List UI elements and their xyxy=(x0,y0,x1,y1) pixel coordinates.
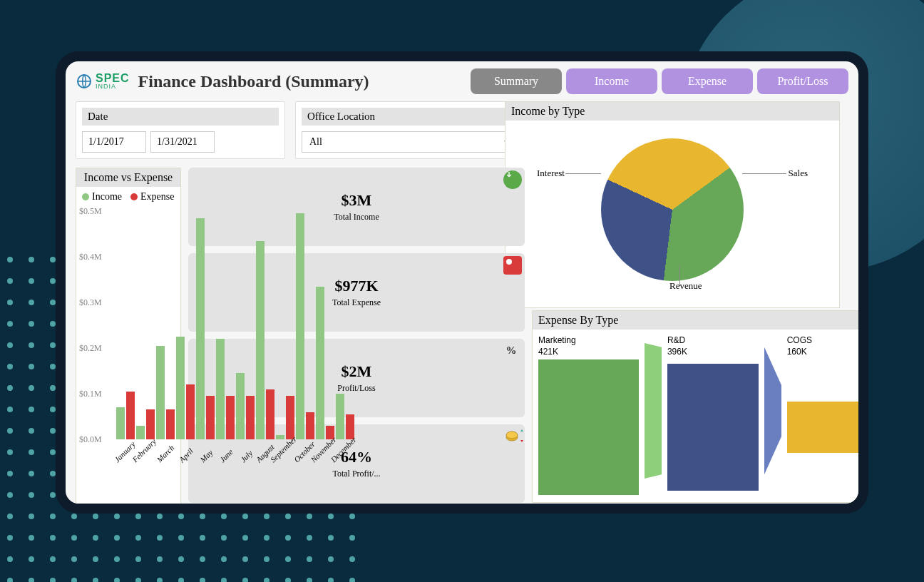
bar-group: October xyxy=(296,213,314,439)
topbar: SPEC INDIA Finance Dashboard (Summary) S… xyxy=(76,68,848,94)
income-vs-expense-panel: Income vs Expense Income Expense January… xyxy=(76,168,181,504)
legend-expense: Expense xyxy=(130,191,174,203)
y-tick: $0.1M xyxy=(79,389,102,399)
coins-icon xyxy=(503,427,522,446)
bar-expense xyxy=(246,396,255,439)
pie-label-sales: Sales xyxy=(789,168,808,179)
bar-income xyxy=(196,218,205,439)
y-tick: $0.3M xyxy=(79,297,102,308)
funnel-connector xyxy=(645,323,662,489)
kpi-label: Profit/Loss xyxy=(337,383,375,394)
funnel-label: COGS xyxy=(787,335,858,345)
date-to-input[interactable] xyxy=(150,131,215,153)
bar-expense xyxy=(126,392,135,439)
funnel-segment: COGS 160K xyxy=(787,335,858,453)
pie-chart: Interest Sales Revenue xyxy=(505,121,839,299)
x-tick: March xyxy=(155,444,176,464)
bar-income xyxy=(256,241,265,439)
screen: SPEC INDIA Finance Dashboard (Summary) S… xyxy=(66,61,858,504)
kpi-value: $3M xyxy=(342,191,372,210)
bar-expense xyxy=(146,409,155,439)
bar-expense xyxy=(306,412,314,439)
bar-group: June xyxy=(216,339,235,439)
svg-point-4 xyxy=(506,432,518,439)
bar-group: August xyxy=(256,241,274,439)
bar-expense xyxy=(226,396,235,439)
kpi-value: $2M xyxy=(342,362,372,381)
bar-group: March xyxy=(156,346,175,439)
svg-text:%: % xyxy=(506,344,517,356)
income-icon xyxy=(503,170,522,189)
svg-marker-6 xyxy=(764,347,781,475)
expense-by-type-panel: Expense By Type Marketing 421K R&D 396K … xyxy=(532,310,858,503)
location-filter: Office Location All xyxy=(295,101,526,159)
x-tick: February xyxy=(130,437,158,464)
funnel-value: 421K xyxy=(538,347,639,357)
location-select[interactable]: All xyxy=(302,131,520,153)
bar-income xyxy=(156,346,165,439)
bar-group: February xyxy=(136,409,155,439)
date-filter-label: Date xyxy=(82,108,279,126)
funnel-label: Marketing xyxy=(538,335,639,345)
legend-income: Income xyxy=(82,191,122,203)
kpi-label: Total Expense xyxy=(332,297,381,308)
bar-income xyxy=(296,213,304,439)
bar-legend: Income Expense xyxy=(82,191,180,203)
date-filter: Date xyxy=(76,101,285,159)
page-title: Finance Dashboard (Summary) xyxy=(138,72,369,91)
bar-income xyxy=(316,287,324,439)
device-frame: SPEC INDIA Finance Dashboard (Summary) S… xyxy=(56,51,868,514)
bar-expense xyxy=(266,389,274,439)
bar-income xyxy=(276,435,284,439)
svg-marker-5 xyxy=(645,343,662,479)
logo: SPEC INDIA xyxy=(76,73,130,90)
bar-group: July xyxy=(236,373,255,439)
date-from-input[interactable] xyxy=(82,131,146,153)
funnel-segment: Marketing 421K xyxy=(538,335,639,495)
kpi-card-0: $3M Total Income xyxy=(188,168,525,246)
bar-expense xyxy=(286,396,294,439)
tab-summary[interactable]: Summary xyxy=(471,68,562,94)
location-value: All xyxy=(309,136,322,148)
bar-group: January xyxy=(116,392,135,439)
funnel-box xyxy=(787,402,858,453)
expense-icon xyxy=(503,256,522,275)
globe-icon xyxy=(76,73,93,90)
income-by-type-title: Income by Type xyxy=(505,102,839,121)
tab-expense[interactable]: Expense xyxy=(662,68,753,94)
svg-point-1 xyxy=(506,259,512,265)
funnel-connector xyxy=(764,323,781,489)
kpi-label: Total Profit/... xyxy=(332,469,380,479)
bar-group: September xyxy=(276,396,294,439)
bar-chart-area: JanuaryFebruaryMarchAprilMayJuneJulyAugu… xyxy=(79,204,178,475)
percent-icon: % xyxy=(503,342,522,360)
y-tick: $0.2M xyxy=(79,343,102,354)
kpi-value: $977K xyxy=(334,277,378,295)
y-tick: $0.4M xyxy=(79,252,102,262)
bar-income xyxy=(136,426,145,439)
funnel-value: 396K xyxy=(667,347,759,357)
y-tick: $0.0M xyxy=(79,434,102,445)
tab-income[interactable]: Income xyxy=(566,68,657,94)
income-vs-expense-title: Income vs Expense xyxy=(76,168,180,187)
tab-profitloss[interactable]: Profit/Loss xyxy=(757,68,848,94)
bar-income xyxy=(236,373,245,439)
bar-group: November xyxy=(316,287,334,439)
bar-group: May xyxy=(196,218,215,439)
funnel-value: 160K xyxy=(787,347,858,357)
funnel-chart: Marketing 421K R&D 396K COGS 160K xyxy=(533,330,858,482)
bar-expense xyxy=(206,396,215,439)
tabs: SummaryIncomeExpenseProfit/Loss xyxy=(471,68,848,94)
bar-income xyxy=(336,394,344,439)
pie-label-interest: Interest xyxy=(537,168,565,179)
bar-income xyxy=(176,337,185,439)
funnel-label: R&D xyxy=(667,335,759,345)
bar-income xyxy=(216,339,225,439)
pie-label-revenue: Revenue xyxy=(669,280,702,292)
logo-brand-bottom: INDIA xyxy=(96,83,130,89)
bar-income xyxy=(116,407,125,439)
bar-group: April xyxy=(176,337,195,439)
bar-expense xyxy=(186,384,195,439)
kpi-label: Total Income xyxy=(334,212,379,223)
bar-expense xyxy=(166,409,175,439)
